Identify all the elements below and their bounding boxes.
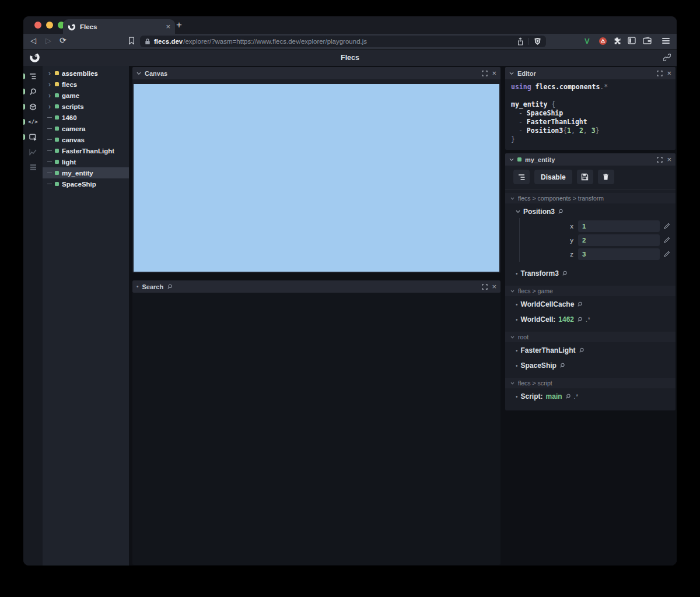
fullscreen-icon[interactable] [657, 157, 663, 163]
brave-shield-icon[interactable] [534, 37, 541, 45]
fullscreen-icon[interactable] [482, 71, 488, 76]
search-icon[interactable] [562, 271, 568, 276]
url-path: /explorer/?wasm=https://www.flecs.dev/ex… [183, 38, 513, 45]
component-position3[interactable]: Position3 [505, 207, 676, 216]
expand-caret-icon[interactable]: › [47, 104, 52, 110]
expand-caret-icon[interactable]: › [47, 71, 52, 76]
section-header-transform[interactable]: flecs > components > transform [505, 193, 676, 203]
tree-item-flecs[interactable]: › flecs [43, 79, 129, 90]
expand-caret-icon[interactable]: › [47, 82, 52, 87]
app-body: </> › assemblies › flecs [23, 66, 677, 566]
close-icon[interactable]: × [492, 69, 496, 77]
search-icon[interactable] [579, 347, 584, 353]
sidebar-toggle-icon[interactable] [628, 37, 636, 44]
dock-inspector-icon[interactable] [23, 129, 43, 145]
tree-item-game[interactable]: › game [43, 90, 129, 101]
leaf-dash-icon [47, 128, 52, 129]
link-icon[interactable] [663, 54, 671, 61]
tree-icon [518, 174, 526, 181]
section-header-root[interactable]: root [505, 332, 676, 342]
collapsed-dot-icon: • [516, 363, 518, 369]
search-icon[interactable] [558, 209, 564, 215]
back-button[interactable]: ◁ [30, 36, 36, 45]
wallet-icon[interactable] [643, 37, 652, 44]
tree-item-scripts[interactable]: › scripts [43, 101, 129, 112]
app-header: Flecs [23, 49, 677, 66]
edit-pencil-icon[interactable] [664, 223, 670, 229]
tree-item-1460[interactable]: 1460 [43, 112, 129, 123]
tree-item-canvas[interactable]: canvas [43, 134, 129, 145]
browser-menu-icon[interactable] [662, 38, 670, 45]
component-worldcellcache[interactable]: • WorldCellCache [505, 300, 676, 309]
lock-icon [145, 38, 150, 45]
tab-close-icon[interactable]: × [166, 22, 170, 31]
tree-item-spaceship[interactable]: SpaceShip [43, 178, 129, 189]
search-panel-header[interactable]: • Search × [132, 280, 501, 293]
tab-title: Flecs [80, 23, 162, 30]
tag-spaceship[interactable]: • SpaceShip [505, 361, 676, 370]
dock-editor-icon[interactable]: </> [23, 114, 43, 129]
canvas-panel-header[interactable]: Canvas × [132, 67, 501, 79]
dock-stats-icon[interactable] [23, 145, 43, 160]
tree-item-my-entity-selected[interactable]: my_entity [43, 167, 129, 178]
editor-panel-header[interactable]: Editor × [505, 67, 676, 79]
tree-item-assemblies[interactable]: › assemblies [43, 68, 129, 79]
browser-window: Flecs × + ◁ ▷ ⟳ flecs.dev /explorer/?was… [23, 16, 677, 566]
disable-button[interactable]: Disable [534, 170, 572, 184]
delete-button[interactable] [598, 170, 614, 184]
search-icon[interactable] [577, 301, 583, 307]
search-icon[interactable] [565, 394, 571, 399]
url-bar[interactable]: flecs.dev /explorer/?wasm=https://www.fl… [140, 36, 546, 47]
edit-pencil-icon[interactable] [664, 251, 670, 257]
section-header-script[interactable]: flecs > script [505, 378, 676, 388]
share-icon[interactable] [517, 37, 524, 45]
pair-indicator: .* [586, 317, 591, 323]
section-header-game[interactable]: flecs > game [505, 286, 676, 296]
position3-y-input[interactable]: 2 [578, 234, 660, 246]
dock-search-icon[interactable] [23, 84, 43, 99]
close-icon[interactable]: × [667, 156, 671, 163]
render-canvas[interactable] [134, 84, 499, 272]
component-transform3[interactable]: • Transform3 [505, 269, 676, 278]
vue-devtools-extension-icon[interactable]: V [584, 37, 590, 45]
page-title: Flecs [23, 54, 677, 62]
fullscreen-icon[interactable] [482, 284, 488, 290]
dock-requests-icon[interactable] [23, 160, 43, 175]
entity-color-swatch [55, 138, 59, 142]
edit-pencil-icon[interactable] [664, 237, 670, 243]
close-icon[interactable]: × [667, 69, 671, 77]
search-icon[interactable] [559, 363, 565, 368]
reload-button[interactable]: ⟳ [60, 36, 66, 45]
expand-caret-icon[interactable]: › [47, 93, 52, 99]
close-window-button[interactable] [34, 22, 41, 29]
inspector-panel-header[interactable]: my_entity × [505, 153, 676, 166]
extensions-puzzle-icon[interactable] [613, 37, 621, 45]
forward-button[interactable]: ▷ [46, 36, 51, 45]
show-in-tree-button[interactable] [513, 170, 530, 184]
position3-x-input[interactable]: 1 [578, 220, 660, 232]
code-editor[interactable]: using flecs.components.* my_entity { - S… [505, 79, 676, 150]
entity-color-swatch [55, 93, 59, 97]
tag-fasterthanlight[interactable]: • FasterThanLight [505, 346, 676, 355]
bookmark-icon[interactable] [128, 37, 135, 45]
tree-item-camera[interactable]: camera [43, 123, 129, 134]
dock-commands-icon[interactable] [23, 99, 43, 114]
browser-tab[interactable]: Flecs × [63, 19, 175, 34]
brave-rewards-icon[interactable] [598, 37, 607, 45]
tree-item-fasterthanlight[interactable]: FasterThanLight [43, 145, 129, 156]
save-button[interactable] [577, 170, 593, 184]
flecs-favicon-icon [68, 23, 76, 31]
component-worldcell[interactable]: • WorldCell: 1462 .* [505, 315, 676, 324]
main-content: Canvas × • Search [129, 66, 677, 566]
canvas-panel-body [132, 79, 501, 273]
close-icon[interactable]: × [492, 283, 496, 290]
dock-entity-tree-icon[interactable] [23, 69, 43, 84]
fullscreen-icon[interactable] [657, 71, 663, 76]
component-script-main[interactable]: • Script: main .* [505, 392, 676, 401]
tree-item-light[interactable]: light [43, 156, 129, 167]
search-panel-body [132, 293, 501, 565]
position3-z-input[interactable]: 3 [578, 248, 660, 260]
new-tab-button[interactable]: + [173, 18, 186, 32]
search-icon[interactable] [577, 317, 583, 322]
minimize-window-button[interactable] [46, 22, 53, 29]
